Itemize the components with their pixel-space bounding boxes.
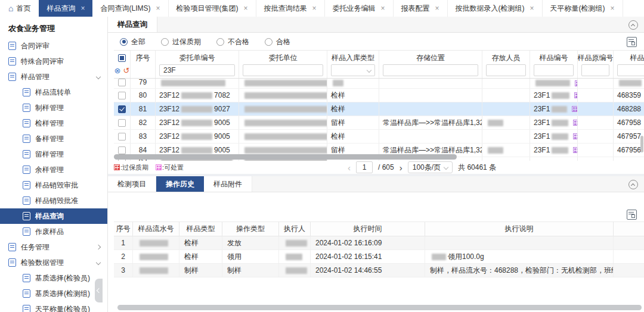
table-cell: 468288 xyxy=(614,102,644,116)
row-checkbox[interactable] xyxy=(118,133,126,141)
top-tab[interactable]: 样品查询× xyxy=(39,0,92,17)
close-tab-icon[interactable]: × xyxy=(312,5,317,12)
sidebar-item[interactable]: 检样管理 xyxy=(0,116,107,131)
close-tab-icon[interactable]: × xyxy=(435,5,439,12)
table-row[interactable]: 79 xyxy=(114,79,644,89)
table-settings-icon[interactable] xyxy=(627,37,637,47)
row-checkbox[interactable] xyxy=(118,119,126,127)
close-tab-icon[interactable]: × xyxy=(156,5,160,12)
table-cell xyxy=(379,89,482,102)
top-tab[interactable]: 按批数据录入(检测组)× xyxy=(448,0,543,17)
filter-input-orig[interactable] xyxy=(581,64,609,76)
vertical-scrollbar[interactable] xyxy=(640,136,643,152)
sidebar-item[interactable]: 制样管理 xyxy=(0,100,107,116)
filter-radio[interactable]: 全部 xyxy=(120,37,145,47)
row-checkbox[interactable] xyxy=(118,92,126,99)
filter-input-sample[interactable] xyxy=(534,64,574,76)
horizontal-scrollbar[interactable] xyxy=(114,154,457,160)
cell-text: 84 xyxy=(139,146,147,154)
sidebar-item[interactable]: 留样管理 xyxy=(0,146,107,162)
sidebar-item[interactable]: 特殊合同评审 xyxy=(0,54,107,69)
top-tab[interactable]: 按批查询结果× xyxy=(256,0,325,17)
detail-tab[interactable]: 操作历史 xyxy=(156,176,204,192)
table-settings-icon[interactable] xyxy=(627,210,637,220)
sidebar-item[interactable]: 样品销毁批准 xyxy=(0,193,107,208)
redacted-text xyxy=(244,106,327,113)
table-cell: 2 xyxy=(114,250,133,263)
refresh-icon[interactable]: ↺ xyxy=(123,66,130,75)
table-row[interactable]: 8123F129027检样23F1468288 xyxy=(114,102,644,116)
sidebar-item[interactable]: 基质选择(检测组) xyxy=(0,286,107,301)
sidebar-item[interactable]: 作废样品 xyxy=(0,224,107,239)
table-cell xyxy=(482,79,530,88)
collapse-panel-icon[interactable] xyxy=(628,20,638,30)
sidebar-item[interactable]: 样品流转单 xyxy=(0,85,107,100)
cell-text: 2024-01-02 16:16:09 xyxy=(315,239,382,247)
table-row[interactable]: 3制样制样2024-01-02 14:46:55制样，样品流水号：468288，… xyxy=(114,264,644,277)
table-cell xyxy=(578,143,614,157)
qr-code-icon[interactable] xyxy=(573,120,578,126)
close-tab-icon[interactable]: × xyxy=(80,5,85,12)
collapse-panel-icon[interactable] xyxy=(628,180,638,189)
sidebar-item[interactable]: 检验数据管理 xyxy=(0,255,107,270)
sidebar-item[interactable]: 余样管理 xyxy=(0,162,107,177)
row-checkbox[interactable] xyxy=(118,146,126,154)
filter-radio[interactable]: 不合格 xyxy=(216,37,249,47)
table-row[interactable]: 8223F129005留样常温样品库—>>常温样品库1,322*9-2F0102… xyxy=(114,116,644,130)
top-tab[interactable]: 检验项目管理(集团)× xyxy=(169,0,256,17)
legend-label: :过保质期 xyxy=(120,163,148,172)
table-cell xyxy=(482,116,530,129)
filter-clear-icon[interactable]: ⊗ xyxy=(114,66,121,75)
pagination-prev-icon[interactable]: ‹ xyxy=(348,163,351,173)
sidebar-item[interactable]: 基质选择(检验员) xyxy=(0,270,107,286)
detail-tab[interactable]: 检测项目 xyxy=(108,176,156,192)
pagination-next-icon[interactable]: › xyxy=(400,163,402,173)
sidebar-item[interactable]: 样品销毁审批 xyxy=(0,177,107,193)
qr-code-icon[interactable] xyxy=(572,106,578,112)
table-row[interactable]: 8023F127082检样23F1468359 xyxy=(114,89,644,102)
top-tab[interactable]: 天平称量(检测组)× xyxy=(543,0,623,17)
row-checkbox[interactable] xyxy=(118,105,126,113)
filter-radio[interactable]: 合格 xyxy=(265,37,290,47)
qr-code-icon[interactable] xyxy=(573,133,578,139)
table-row[interactable]: 1检样发放2024-01-02 16:16:09 xyxy=(114,236,644,250)
redacted-text xyxy=(140,254,168,260)
filter-input-loc[interactable] xyxy=(383,64,478,76)
select-all-checkbox[interactable] xyxy=(118,54,126,62)
page-input[interactable]: 1 xyxy=(356,161,373,173)
sidebar-item[interactable]: 合同评审 xyxy=(0,38,107,54)
close-tab-icon[interactable]: × xyxy=(530,5,534,12)
filter-radio[interactable]: 过保质期 xyxy=(161,37,201,47)
sidebar-item-label: 样品查询 xyxy=(35,211,64,221)
filter-input-serial[interactable] xyxy=(617,64,644,76)
table-row[interactable]: 8323F129005检样23F1467957 xyxy=(114,130,644,143)
close-tab-icon[interactable]: × xyxy=(381,5,385,12)
sidebar-item[interactable]: 天平称量(检验员) xyxy=(0,301,107,312)
filter-input-unit[interactable] xyxy=(243,64,323,76)
top-tab[interactable]: 报表配置× xyxy=(394,0,448,17)
table-cell xyxy=(425,236,614,249)
top-tab[interactable]: 合同查询(LIMS)× xyxy=(92,0,168,17)
table-row[interactable]: 2检样领用2024-01-02 16:15:41领用100.0g xyxy=(114,250,644,264)
sidebar-collapse-handle[interactable] xyxy=(95,279,103,302)
page-horizontal-scrollbar[interactable] xyxy=(117,305,642,310)
filter-input-order[interactable]: 23F xyxy=(159,64,235,76)
close-tab-icon[interactable]: × xyxy=(611,5,615,12)
filter-select-type[interactable] xyxy=(331,64,375,76)
qr-code-icon[interactable] xyxy=(573,147,578,153)
row-checkbox[interactable] xyxy=(118,79,126,86)
redacted-text xyxy=(552,120,568,126)
home-tab[interactable]: ⌂ 首页 xyxy=(0,0,39,17)
detail-tab[interactable]: 样品附件 xyxy=(204,176,252,192)
matrix-select-group-icon xyxy=(23,289,30,298)
filter-input-keeper[interactable] xyxy=(486,64,526,76)
sidebar-item[interactable]: 样品查询 xyxy=(0,208,107,224)
close-tab-icon[interactable]: × xyxy=(244,5,248,12)
sidebar-item[interactable]: 样品管理 xyxy=(0,69,107,85)
page-size-select[interactable]: 100条/页 xyxy=(408,161,453,173)
top-tab[interactable]: 委托业务编辑× xyxy=(325,0,394,17)
sidebar-item[interactable]: 备样管理 xyxy=(0,131,107,146)
legend-item: :可处置 xyxy=(156,163,184,172)
table-cell: 467958 xyxy=(614,116,644,129)
sidebar-item[interactable]: 任务管理 xyxy=(0,239,107,255)
